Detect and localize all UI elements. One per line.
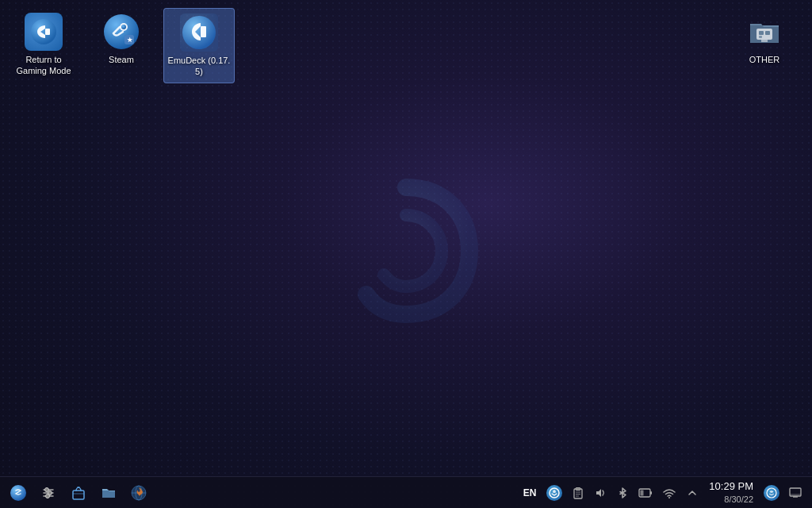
svg-rect-37: [641, 490, 644, 495]
svg-rect-15: [759, 36, 762, 38]
taskbar-volume-icon[interactable]: [592, 482, 609, 504]
steam-tray-icon: [546, 485, 562, 501]
return-to-gaming-label: Return to Gaming Mode: [16, 54, 71, 77]
svg-point-1: [31, 19, 56, 44]
emudeck-label: EmuDeck (0.17. 5): [168, 55, 231, 78]
desktop-icons-left: Return to Gaming Mode: [8, 8, 235, 83]
steam-bottom-right-icon: [764, 485, 779, 501]
taskbar-expand-icon[interactable]: [684, 482, 701, 504]
steam-label: Steam: [109, 54, 134, 65]
svg-rect-42: [793, 496, 798, 498]
taskbar-clipboard-icon[interactable]: [569, 482, 587, 504]
taskbar-right: EN: [520, 480, 807, 505]
taskbar-store-button[interactable]: [65, 481, 92, 505]
svg-text:★: ★: [127, 37, 133, 44]
taskbar-clock[interactable]: 10:29 PM 8/30/22: [706, 480, 756, 505]
desktop-watermark: [327, 171, 485, 330]
svg-rect-13: [759, 31, 764, 35]
taskbar: EN: [0, 476, 812, 508]
svg-point-16: [10, 485, 26, 501]
taskbar-firefox-button[interactable]: [125, 481, 152, 505]
taskbar-show-desktop-button[interactable]: [787, 482, 804, 504]
svg-rect-14: [765, 31, 770, 35]
taskbar-bluetooth-icon[interactable]: [614, 482, 631, 504]
desktop-icons-right: OTHER: [729, 8, 800, 70]
steam-app-icon: ★: [102, 13, 140, 51]
svg-point-5: [121, 25, 126, 29]
other-folder-label: OTHER: [749, 54, 780, 65]
taskbar-language-indicator[interactable]: EN: [520, 482, 540, 504]
svg-point-9: [182, 16, 216, 49]
return-to-gaming-icon: [25, 13, 63, 51]
taskbar-files-button[interactable]: [95, 481, 122, 505]
clock-date: 8/30/22: [724, 494, 753, 505]
desktop-icon-steam[interactable]: ★ Steam: [86, 8, 157, 70]
svg-rect-23: [73, 491, 84, 499]
desktop-icon-return-to-gaming[interactable]: Return to Gaming Mode: [8, 8, 79, 82]
svg-point-39: [767, 488, 776, 498]
svg-rect-12: [761, 40, 768, 42]
emudeck-app-icon: [180, 13, 218, 52]
taskbar-wifi-icon[interactable]: [660, 482, 679, 504]
svg-rect-31: [576, 487, 580, 490]
taskbar-battery-icon[interactable]: [636, 482, 655, 504]
svg-point-22: [46, 494, 50, 498]
other-folder-icon: [745, 13, 783, 51]
desktop: Return to Gaming Mode: [0, 0, 812, 508]
clock-time: 10:29 PM: [709, 480, 753, 494]
desktop-icon-other[interactable]: OTHER: [729, 8, 800, 70]
taskbar-steam-tray-icon[interactable]: [544, 482, 565, 504]
taskbar-steam-bottom-right[interactable]: [761, 482, 782, 504]
svg-point-38: [668, 497, 670, 498]
svg-rect-2: [45, 29, 50, 35]
svg-rect-10: [201, 26, 206, 37]
taskbar-audio-mixer-button[interactable]: [35, 481, 62, 505]
taskbar-steam-menu-button[interactable]: [5, 481, 32, 505]
taskbar-left: [5, 481, 520, 505]
desktop-icon-emudeck[interactable]: EmuDeck (0.17. 5): [163, 8, 235, 83]
svg-rect-36: [650, 491, 652, 495]
svg-point-18: [45, 487, 49, 491]
